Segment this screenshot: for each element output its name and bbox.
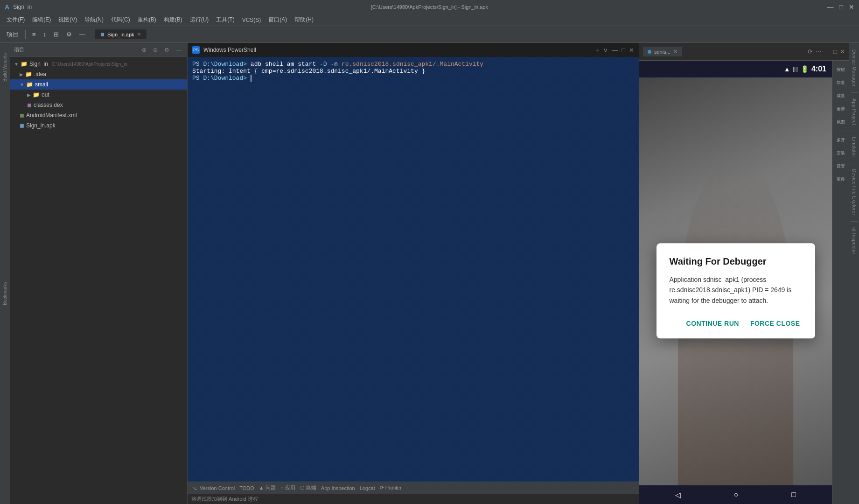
phone-nav-bar: ◁ ○ □ [639, 485, 832, 504]
menu-window[interactable]: 窗口(A) [265, 15, 291, 25]
toolbar-structure-btn[interactable]: ≡ [29, 29, 39, 39]
ps-minimize-btn[interactable]: — [612, 47, 618, 54]
sidebar-settings-btn[interactable]: 设置 [834, 160, 848, 172]
toolbar-settings-btn[interactable]: ⚙ [63, 29, 75, 39]
bookmarks-label[interactable]: Bookmarks [1, 278, 8, 309]
status-profiler-label: ⟳ Profiler [380, 485, 402, 491]
menu-tools[interactable]: 工具(T) [212, 15, 238, 25]
sidebar-volume-up-btn[interactable]: 加量 [834, 77, 848, 89]
title-bar-right: — □ ✕ [827, 3, 854, 11]
continue-run-button[interactable]: CONTINUE RUN [684, 317, 741, 330]
sidebar-install-btn[interactable]: 安装 [834, 147, 848, 159]
close-button[interactable]: ✕ [849, 3, 854, 11]
menu-build[interactable]: 构建(B) [160, 15, 186, 25]
ide-container: A Sign_in [C:\Users\14980\ApkProjects\Si… [0, 0, 859, 504]
sidebar-more-btn[interactable]: 更多 [834, 173, 848, 185]
sidebar-keys-btn[interactable]: 按键 [834, 63, 848, 76]
menu-code[interactable]: 代码(C) [107, 15, 134, 25]
panel-collapse-btn[interactable]: ⊖ [151, 46, 160, 54]
emu-maximize-btn[interactable]: □ [833, 48, 837, 55]
sidebar-multi-btn[interactable]: 多开 [834, 134, 848, 146]
menu-file[interactable]: 文件(F) [3, 15, 28, 25]
status-profiler[interactable]: ⟳ Profiler [380, 485, 402, 491]
apk-file-icon: ◼ [20, 122, 24, 129]
toolbar-hide-btn[interactable]: — [77, 29, 88, 39]
menu-navigate[interactable]: 导航(N) [81, 15, 107, 25]
sidebar-screenshot-btn[interactable]: 截图 [834, 116, 848, 128]
panel-expand-btn[interactable]: ⊕ [140, 46, 148, 54]
emulator-tab[interactable]: sdnis... ✕ [643, 47, 682, 56]
ps-maximize-btn[interactable]: □ [622, 47, 625, 54]
fr-separator-2 [851, 131, 858, 131]
panel-filter-btn[interactable]: ⚙ [162, 46, 171, 54]
dialog-title: Waiting For Debugger [670, 256, 802, 267]
status-todo[interactable]: TODO [239, 485, 254, 491]
device-manager-label[interactable]: Device Manager [850, 45, 858, 91]
phone-status-icons: ▲ |||| 🔋 4:01 [784, 65, 826, 73]
menu-run[interactable]: 运行(U) [186, 15, 213, 25]
emu-action-1[interactable]: ⟳ [808, 48, 813, 55]
left-bar-separator [1, 276, 9, 276]
status-terminal[interactable]: ⬡ 终端 [300, 484, 316, 491]
left-vertical-bar: Build Variants Bookmarks [0, 43, 10, 504]
force-close-button[interactable]: FORCE CLOSE [748, 317, 802, 330]
device-file-explorer-label[interactable]: Device File Explorer [850, 164, 858, 220]
menu-vcs[interactable]: VCS(S) [238, 16, 265, 24]
sidebar-fullscreen-btn[interactable]: 全屏 [834, 103, 848, 115]
far-right-panel: Device Manager App Project Emulator Devi… [849, 43, 859, 504]
home-button[interactable]: ○ [734, 490, 739, 499]
tree-out-folder[interactable]: ▶ 📁 out [10, 90, 187, 100]
tab-close-icon[interactable]: ✕ [137, 32, 141, 37]
build-variants-label[interactable]: Build Variants [1, 49, 8, 85]
status-logcat[interactable]: Logcat [360, 485, 375, 491]
status-vc-label: Version Control [200, 485, 235, 491]
status-app-inspection[interactable]: App Inspection [321, 485, 355, 491]
sidebar-volume-down-btn[interactable]: 减量 [834, 90, 848, 102]
toolbar-project-selector[interactable]: 项目 [4, 29, 21, 40]
layout-inspector-label[interactable]: ut Inspector [850, 223, 858, 259]
status-version-control[interactable]: ⌥ Version Control [191, 485, 235, 491]
emulator-label[interactable]: Emulator [850, 132, 858, 162]
emu-close-btn[interactable]: ✕ [840, 48, 845, 55]
recents-button[interactable]: □ [791, 490, 796, 499]
status-logcat-label: Logcat [360, 485, 375, 491]
tree-idea-folder[interactable]: ▶ 📁 .idea [10, 69, 187, 79]
tree-classes-dex[interactable]: ◼ classes.dex [10, 100, 187, 110]
menu-edit[interactable]: 编辑(E) [28, 15, 55, 25]
ps-controls: + ∨ — □ ✕ [596, 47, 634, 54]
root-folder-icon: 📁 [21, 61, 28, 67]
ps-text-area: PS D:\Download> adb shell am start -D -n… [192, 61, 634, 82]
tree-android-manifest[interactable]: ◼ AndroidManifest.xml [10, 110, 187, 120]
status-app[interactable]: ⑁ 应用 [280, 484, 295, 491]
tree-sign-in-apk[interactable]: ◼ Sign_in.apk [10, 120, 187, 131]
wifi-icon: ▲ [784, 65, 790, 73]
emu-action-2[interactable]: ⋯ [816, 48, 822, 55]
ps-add-tab-btn[interactable]: + [596, 47, 600, 54]
ps-close-btn[interactable]: ✕ [629, 47, 634, 54]
ps-flag-d: -D [320, 61, 327, 68]
app-project-label[interactable]: App Project [850, 94, 858, 130]
xml-file-icon: ◼ [20, 112, 24, 119]
menu-view[interactable]: 视图(V) [55, 15, 81, 25]
panel-close-btn[interactable]: — [174, 46, 183, 54]
tab-sign-in-apk[interactable]: ◼ Sign_in.apk ✕ [95, 29, 147, 39]
emulator-tab-close[interactable]: ✕ [673, 49, 677, 55]
ps-line-1: PS D:\Download> adb shell am start -D -n… [192, 61, 634, 68]
status-problems[interactable]: ▲ 问题 [259, 484, 276, 491]
powershell-window: PS Windows PowerShell + ∨ — □ ✕ [188, 43, 639, 485]
menu-help[interactable]: 帮助(H) [291, 15, 317, 25]
tree-smali-folder[interactable]: ▼ 📁 smali [10, 79, 187, 90]
status-inspection-label: App Inspection [321, 485, 355, 491]
maximize-button[interactable]: □ [839, 3, 843, 11]
emu-minimize-btn[interactable]: — [824, 48, 831, 55]
minimize-button[interactable]: — [827, 3, 834, 11]
menu-refactor[interactable]: 重构(B) [134, 15, 160, 25]
phone-content[interactable]: Waiting For Debugger Application sdnisc_… [639, 77, 832, 485]
ps-class-name: re.sdnisc2018.sdnisc_apk1/.MainActivity [342, 61, 483, 68]
back-button[interactable]: ◁ [675, 490, 681, 499]
toolbar-sync-btn[interactable]: ↕ [41, 29, 49, 39]
phone-time: 4:01 [811, 65, 826, 73]
tree-root-sign-in[interactable]: ▼ 📁 Sign_in C:\Users\14980\ApkProjects\S… [10, 59, 187, 69]
ps-dropdown-btn[interactable]: ∨ [603, 47, 608, 54]
toolbar-grid-btn[interactable]: ⊞ [51, 29, 62, 39]
